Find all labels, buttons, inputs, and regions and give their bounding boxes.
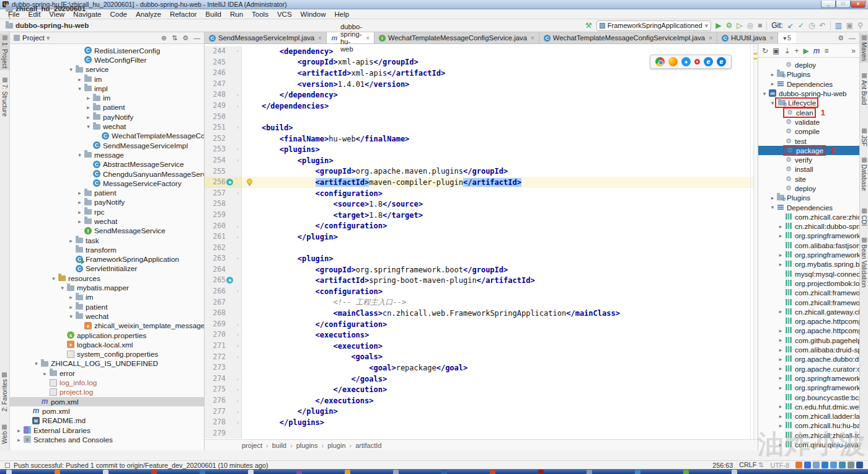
chevron-collapsed-icon[interactable]: ▸ — [67, 304, 75, 310]
error-stripe-scrollbar[interactable] — [753, 44, 758, 439]
tree-item-servletinitializer[interactable]: ServletInitializer — [10, 264, 204, 274]
close-icon[interactable]: × — [318, 35, 322, 42]
maven-item-com-qiniu-qiniu-java-sdk-7[interactable]: ▸com.qiniu:qiniu-java-sdk:7 — [758, 440, 859, 449]
dock-tab-favorites[interactable]: 2: Favorites — [0, 370, 9, 413]
chevron-expanded-icon[interactable]: ▾ — [769, 204, 776, 210]
hide-panel-icon[interactable]: ― — [193, 34, 200, 42]
code-line-254[interactable]: 254▿ <plugin> — [205, 155, 758, 166]
line-separator[interactable]: CRLF ⇅ — [739, 461, 764, 469]
dock-tab-structure[interactable]: 7: Structure — [0, 76, 9, 118]
code-line-253[interactable]: 253▿ <plugins> — [205, 144, 758, 155]
tab-dubbo-spring-hu-web[interactable]: mdubbo-spring-hu-web× — [327, 32, 374, 43]
taskbar-icon-14[interactable] — [683, 470, 689, 474]
breadcrumb-item[interactable]: zhicall_hu_20200601 — [5, 5, 89, 13]
dock-tab-jsf[interactable]: JSF — [860, 127, 868, 148]
tray-icon-6[interactable] — [848, 462, 854, 468]
tree-item-service[interactable]: ▾service — [10, 65, 204, 74]
tree-item-redislistenerconfig[interactable]: RedisListenerConfig — [10, 46, 204, 55]
chevron-collapsed-icon[interactable]: ▸ — [769, 195, 776, 201]
chevron-collapsed-icon[interactable]: ▸ — [76, 76, 84, 83]
execute-goal-icon[interactable]: ▣ — [773, 47, 779, 55]
tree-item-patient[interactable]: ▸patient — [10, 103, 204, 112]
edge-browser-icon[interactable] — [717, 57, 726, 66]
tree-item-error[interactable]: ▸error — [10, 369, 204, 378]
tray-icon-4[interactable] — [830, 462, 837, 468]
tree-item-zhicall-log-is-undefined[interactable]: ▾ZHICALL_LOG_IS_UNDEFINED — [10, 359, 204, 369]
tree-item-log-info-log[interactable]: log_info.log — [10, 378, 204, 387]
maven-item-com-alibaba-druid-spring-[interactable]: ▸com.alibaba:druid-spring- — [758, 345, 859, 354]
fold-marker[interactable]: ▵ — [234, 221, 242, 232]
chevron-collapsed-icon[interactable]: ▸ — [769, 71, 776, 78]
close-icon[interactable]: × — [531, 35, 534, 42]
maven-item-test[interactable]: test — [758, 136, 859, 145]
file-encoding[interactable]: UTF-8 — [770, 462, 789, 469]
tray-icon-7[interactable] — [856, 462, 863, 468]
xml-breadcrumb-plugin[interactable]: plugin — [327, 442, 345, 449]
menu-code[interactable]: Code — [105, 11, 131, 18]
code-line-262[interactable]: 262 — [205, 243, 758, 254]
code-line-255[interactable]: 255 <groupId>org.apache.maven.plugins</g… — [205, 166, 758, 177]
taskbar-icon-3[interactable] — [151, 470, 157, 474]
tree-item-project-log[interactable]: project.log — [10, 388, 204, 397]
tray-icon-0[interactable] — [795, 462, 802, 468]
chevron-collapsed-icon[interactable]: ▸ — [777, 375, 784, 381]
chevron-collapsed-icon[interactable]: ▸ — [777, 261, 784, 267]
tree-item-frameworkspringapplication[interactable]: FrameworkSpringApplication — [10, 255, 204, 264]
menu-help[interactable]: Help — [330, 11, 353, 18]
maven-item-org-springframework-boc[interactable]: ▸org.springframework.boc — [758, 231, 859, 240]
tree-item-sendmessageserviceimpl[interactable]: SendMessageServiceImpl — [10, 141, 204, 150]
ie-browser-icon[interactable] — [704, 57, 713, 66]
tree-item-messageservicefactory[interactable]: MessageServiceFactory — [10, 179, 204, 188]
run-maven-icon[interactable]: ▶ — [803, 47, 808, 55]
maven-item-package[interactable]: package2 — [758, 146, 859, 155]
caret-position[interactable]: 256:63 — [712, 462, 733, 469]
maven-item-org-springframework-boc[interactable]: ▸org.springframework.boc — [758, 373, 859, 383]
code-line-257[interactable]: 257▿ <configuration> — [205, 188, 758, 199]
code-line-258[interactable]: 258 <source>1.8</source> — [205, 199, 758, 210]
run-button[interactable]: ▶ — [715, 21, 721, 30]
maven-item-org-apache-httpcompone[interactable]: ▸org.apache.httpcompone — [758, 326, 859, 335]
code-line-246[interactable]: 246 <artifactId>xml-apis</artifactId> — [205, 68, 758, 79]
code-line-249[interactable]: 249▵ </dependencies> — [205, 101, 758, 112]
chevron-collapsed-icon[interactable]: ▸ — [67, 238, 75, 244]
opera-browser-icon[interactable] — [694, 59, 700, 65]
tree-item-pom-xml[interactable]: pom.xml — [10, 406, 204, 416]
maven-item-cn-zhicall-gateway-client-g[interactable]: ▸cn.zhicall.gateway.client:g — [758, 307, 859, 316]
dock-tab-ant-build[interactable]: Ant Build — [860, 71, 868, 107]
maven-item-com-zhicall-hu-hu-base-1-0[interactable]: ▸com.zhicall.hu:hu-base:1.0 — [758, 421, 859, 430]
menu-run[interactable]: Run — [226, 11, 247, 18]
maven-item-validate[interactable]: validate — [758, 117, 859, 127]
tree-item-webconfigfilter[interactable]: WebConfigFilter — [10, 55, 204, 65]
taskbar-icon-12[interactable] — [587, 470, 592, 474]
maven-item-com-zhicall-framework-sp[interactable]: com.zhicall:framework-sp — [758, 288, 859, 297]
code-line-251[interactable]: 251▿ <build> — [205, 122, 758, 133]
chevron-expanded-icon[interactable]: ▾ — [761, 91, 768, 97]
tree-item-impl[interactable]: ▾impl — [10, 84, 204, 93]
chevron-collapsed-icon[interactable]: ▸ — [777, 347, 784, 353]
profiler-button[interactable]: ◎ — [746, 21, 753, 30]
code-editor[interactable]: 244▿ <dependency>245 <groupId>xml-apis</… — [205, 44, 758, 439]
maven-item-org-bouncycastle-bcprov-[interactable]: org.bouncycastle:bcprov- — [758, 392, 859, 401]
taskbar-icon-6[interactable] — [296, 470, 302, 474]
xml-breadcrumb-build[interactable]: build — [272, 442, 286, 449]
dock-tab-cdi[interactable]: CDI — [860, 207, 868, 228]
code-line-278[interactable]: 278▵ </plugins> — [205, 417, 758, 428]
fold-marker[interactable]: ▿ — [234, 46, 242, 57]
build-icon[interactable]: ⚒ — [585, 21, 592, 30]
tool-window-toggle-icon[interactable] — [5, 463, 10, 468]
close-icon[interactable]: × — [366, 35, 370, 42]
tab-sendmessageserviceimpl-java[interactable]: CSendMessageServiceImpl.java× — [205, 32, 327, 43]
maven-item-plugins[interactable]: ▸Plugins — [758, 193, 859, 202]
maven-item-compile[interactable]: compile — [758, 127, 859, 136]
tree-item-paynotify[interactable]: ▸payNotify — [10, 112, 204, 122]
hidden-tabs-dropdown[interactable]: ▾5 — [778, 32, 796, 43]
maven-item-deploy[interactable]: deploy — [758, 60, 859, 69]
tree-item-scratches-and-consoles[interactable]: ▸Scratches and Consoles — [10, 435, 204, 444]
close-icon[interactable]: × — [709, 35, 712, 42]
tree-item-transform[interactable]: transform — [10, 245, 204, 254]
taskbar-icon-13[interactable] — [635, 470, 640, 474]
chevron-collapsed-icon[interactable]: ▸ — [777, 252, 784, 258]
maven-item-dependencies[interactable]: ▸Dependencies — [758, 79, 859, 89]
tree-item-patient[interactable]: ▸patient — [10, 188, 204, 197]
more-icon[interactable]: » — [851, 47, 856, 55]
